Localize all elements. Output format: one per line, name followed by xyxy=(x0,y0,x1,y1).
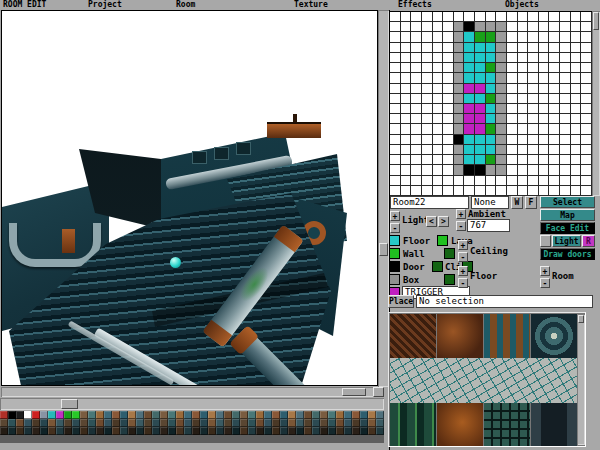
map-cell[interactable] xyxy=(549,165,560,175)
map-cell[interactable] xyxy=(390,114,401,124)
map-cell[interactable] xyxy=(411,104,422,114)
map-cell[interactable] xyxy=(443,104,454,114)
map-cell[interactable] xyxy=(454,63,465,73)
palette-color-swatch[interactable] xyxy=(192,427,200,435)
map-cell[interactable] xyxy=(464,114,475,124)
map-cell[interactable] xyxy=(433,32,444,42)
map-cell[interactable] xyxy=(528,176,539,186)
map-cell[interactable] xyxy=(422,32,433,42)
palette-color-swatch[interactable] xyxy=(272,427,280,435)
map-cell[interactable] xyxy=(475,155,486,165)
cracked-plaster-texture[interactable] xyxy=(390,358,577,403)
map-cell[interactable] xyxy=(581,12,592,22)
map-cell[interactable] xyxy=(507,155,518,165)
map-cell[interactable] xyxy=(422,114,433,124)
map-cell[interactable] xyxy=(518,114,529,124)
map-cell[interactable] xyxy=(528,73,539,83)
palette-color-swatch[interactable] xyxy=(176,419,184,427)
map-cell[interactable] xyxy=(486,32,497,42)
map-cell[interactable] xyxy=(518,73,529,83)
palette-color-swatch[interactable] xyxy=(240,419,248,427)
palette-color-swatch[interactable] xyxy=(320,419,328,427)
face-edit-button[interactable]: Face Edit xyxy=(540,222,595,234)
map-cell[interactable] xyxy=(411,63,422,73)
map-cell[interactable] xyxy=(581,135,592,145)
map-cell[interactable] xyxy=(496,84,507,94)
map-cell[interactable] xyxy=(464,124,475,134)
map-cell[interactable] xyxy=(518,63,529,73)
palette-color-swatch[interactable] xyxy=(168,427,176,435)
flip-button[interactable]: F xyxy=(525,196,537,209)
palette-color-swatch[interactable] xyxy=(224,411,232,419)
palette-color-swatch[interactable] xyxy=(72,411,80,419)
palette-color-swatch[interactable] xyxy=(240,427,248,435)
palette-color-swatch[interactable] xyxy=(152,427,160,435)
palette-color-swatch[interactable] xyxy=(56,427,64,435)
palette-color-swatch[interactable] xyxy=(344,411,352,419)
selection-field[interactable]: No selection xyxy=(416,295,593,308)
dark-panel-texture[interactable] xyxy=(531,403,577,446)
map-cell[interactable] xyxy=(518,135,529,145)
map-cell[interactable] xyxy=(401,145,412,155)
palette-color-swatch[interactable] xyxy=(232,419,240,427)
map-cell[interactable] xyxy=(581,114,592,124)
map-cell[interactable] xyxy=(390,22,401,32)
palette-color-swatch[interactable] xyxy=(168,419,176,427)
map-cell[interactable] xyxy=(401,12,412,22)
palette-color-swatch[interactable] xyxy=(72,427,80,435)
map-cell[interactable] xyxy=(422,104,433,114)
flip-room-field[interactable]: None xyxy=(471,196,509,209)
palette-color-swatch[interactable] xyxy=(32,411,40,419)
palette-color-swatch[interactable] xyxy=(208,427,216,435)
map-cell[interactable] xyxy=(486,73,497,83)
map-cell[interactable] xyxy=(571,135,582,145)
map-cell[interactable] xyxy=(422,43,433,53)
map-cell[interactable] xyxy=(443,124,454,134)
map-cell[interactable] xyxy=(571,53,582,63)
map-cell[interactable] xyxy=(475,22,486,32)
map-cell[interactable] xyxy=(560,73,571,83)
map-cell[interactable] xyxy=(507,176,518,186)
light-plus-button[interactable]: + xyxy=(390,211,400,221)
map-cell[interactable] xyxy=(518,165,529,175)
map-cell[interactable] xyxy=(401,94,412,104)
map-cell[interactable] xyxy=(464,176,475,186)
map-cell[interactable] xyxy=(443,43,454,53)
map-cell[interactable] xyxy=(411,32,422,42)
map-cell[interactable] xyxy=(390,94,401,104)
map-cell[interactable] xyxy=(411,43,422,53)
map-cell[interactable] xyxy=(528,63,539,73)
r-button[interactable]: R xyxy=(582,235,595,247)
map-cell[interactable] xyxy=(475,165,486,175)
map-cell[interactable] xyxy=(433,73,444,83)
map-cell[interactable] xyxy=(549,22,560,32)
map-cell[interactable] xyxy=(571,104,582,114)
map-cell[interactable] xyxy=(433,176,444,186)
map-cell[interactable] xyxy=(401,135,412,145)
palette-color-swatch[interactable] xyxy=(144,419,152,427)
map-cell[interactable] xyxy=(581,53,592,63)
palette-color-swatch[interactable] xyxy=(0,411,8,419)
palette-color-swatch[interactable] xyxy=(64,419,72,427)
menu-project[interactable]: Project xyxy=(88,0,122,10)
menu-objects[interactable]: Objects xyxy=(505,0,539,10)
room-name-field[interactable]: Room22 xyxy=(390,196,469,209)
map-cell[interactable] xyxy=(443,176,454,186)
map-cell[interactable] xyxy=(560,32,571,42)
map-cell[interactable] xyxy=(528,155,539,165)
map-cell[interactable] xyxy=(454,22,465,32)
palette-color-swatch[interactable] xyxy=(184,419,192,427)
map-cell[interactable] xyxy=(571,145,582,155)
map-cell[interactable] xyxy=(454,155,465,165)
map-cell[interactable] xyxy=(422,84,433,94)
palette-color-swatch[interactable] xyxy=(232,427,240,435)
palette-color-swatch[interactable] xyxy=(80,411,88,419)
ambient-plus-button[interactable]: + xyxy=(456,209,466,219)
palette-color-swatch[interactable] xyxy=(328,411,336,419)
map-cell[interactable] xyxy=(454,186,465,196)
map-cell[interactable] xyxy=(433,12,444,22)
palette-color-swatch[interactable] xyxy=(96,419,104,427)
map-cell[interactable] xyxy=(475,12,486,22)
map-cell[interactable] xyxy=(528,43,539,53)
floor-plus-button[interactable]: + xyxy=(458,266,468,276)
